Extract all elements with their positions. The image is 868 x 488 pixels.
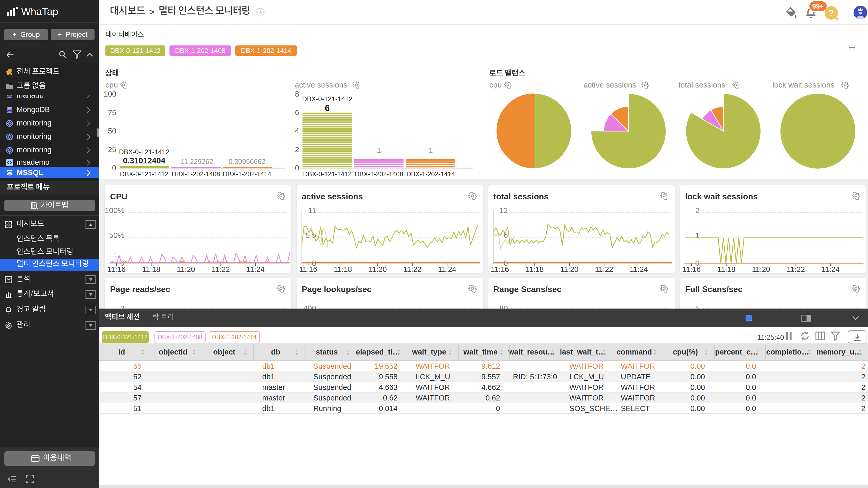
svg-text:DBX-0-121-1412: DBX-0-121-1412 (303, 170, 351, 177)
svg-text:11:16: 11:16 (299, 265, 317, 273)
svg-text:1: 1 (429, 146, 433, 154)
svg-text:11:22: 11:22 (403, 265, 421, 273)
svg-text:11:16: 11:16 (491, 265, 509, 273)
svg-text:0.30956662: 0.30956662 (228, 158, 266, 165)
svg-text:11:18: 11:18 (525, 265, 544, 273)
svg-text:11:22: 11:22 (595, 265, 613, 273)
svg-text:25: 25 (108, 145, 116, 154)
svg-text:8: 8 (295, 90, 299, 98)
svg-text:DBX-1-202-1414: DBX-1-202-1414 (406, 170, 455, 177)
svg-text:0: 0 (112, 164, 116, 172)
svg-text:0: 0 (295, 164, 299, 172)
svg-text:11:24: 11:24 (246, 265, 265, 273)
svg-text:DBX-0-121-1412: DBX-0-121-1412 (302, 95, 352, 103)
svg-text:0.31012404: 0.31012404 (123, 156, 165, 165)
svg-text:DBX-1-202-1408: DBX-1-202-1408 (355, 170, 403, 177)
svg-text:11:22: 11:22 (212, 265, 230, 273)
svg-text:12: 12 (499, 206, 508, 215)
svg-text:11:20: 11:20 (369, 265, 387, 273)
svg-text:11:24: 11:24 (822, 265, 840, 273)
svg-text:1: 1 (377, 146, 381, 154)
svg-text:11:16: 11:16 (107, 265, 126, 273)
svg-text:11:18: 11:18 (142, 265, 160, 273)
svg-text:11:24: 11:24 (438, 265, 456, 273)
svg-text:50%: 50% (109, 231, 125, 239)
svg-text:11:20: 11:20 (752, 265, 770, 273)
svg-text:DBX-0-121-1412: DBX-0-121-1412 (119, 148, 169, 156)
svg-text:-11.229262: -11.229262 (179, 158, 213, 165)
svg-text:11: 11 (308, 206, 316, 215)
svg-text:4: 4 (295, 127, 299, 135)
svg-text:6: 6 (325, 103, 330, 113)
svg-text:11:16: 11:16 (683, 265, 701, 273)
svg-text:50: 50 (108, 127, 116, 135)
svg-text:DBX-1-202-1408: DBX-1-202-1408 (172, 170, 220, 177)
svg-text:2: 2 (695, 206, 700, 215)
svg-text:75: 75 (108, 108, 116, 117)
svg-text:11:22: 11:22 (786, 265, 805, 273)
svg-text:11:20: 11:20 (177, 265, 195, 273)
svg-text:DBX-0-121-1412: DBX-0-121-1412 (120, 170, 168, 177)
svg-text:6: 6 (295, 108, 299, 117)
svg-text:2: 2 (295, 145, 299, 154)
svg-text:100: 100 (104, 90, 116, 98)
svg-text:100%: 100% (105, 206, 125, 215)
svg-text:11:20: 11:20 (560, 265, 579, 273)
svg-text:11:18: 11:18 (334, 265, 352, 273)
svg-text:11:24: 11:24 (630, 265, 648, 273)
svg-text:11:18: 11:18 (717, 265, 735, 273)
svg-text:DBX-1-202-1414: DBX-1-202-1414 (223, 170, 271, 177)
